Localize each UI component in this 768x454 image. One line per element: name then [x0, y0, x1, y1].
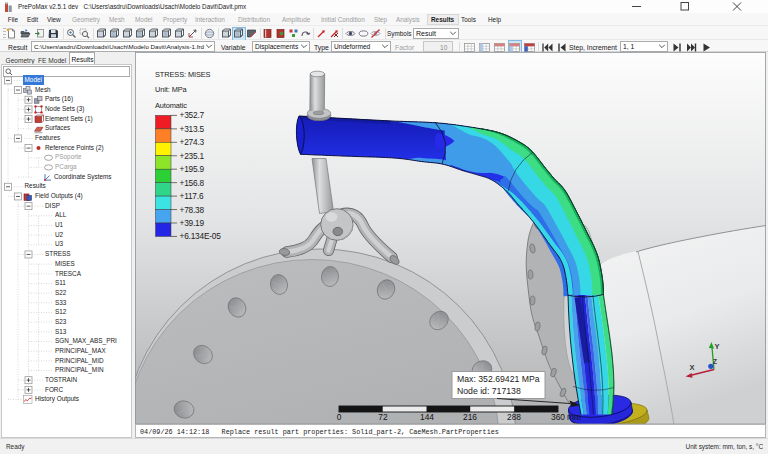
svg-text:+313.5: +313.5 [180, 123, 205, 133]
svg-text:+6.134E-05: +6.134E-05 [180, 231, 222, 241]
svg-text:+274.3: +274.3 [180, 137, 205, 147]
svg-text:Z: Z [713, 358, 718, 365]
svg-text:+117.6: +117.6 [180, 191, 204, 201]
svg-text:72: 72 [378, 411, 388, 421]
svg-text:+352.7: +352.7 [180, 110, 205, 120]
svg-text:0: 0 [337, 411, 342, 421]
svg-text:STRESS: MISES: STRESS: MISES [155, 69, 211, 78]
svg-text:Automatic: Automatic [155, 100, 187, 109]
svg-text:X: X [690, 362, 695, 371]
svg-text:Unit: MPa: Unit: MPa [155, 85, 188, 94]
svg-text:+78.38: +78.38 [180, 204, 205, 214]
svg-text:Max: 352.69421 MPa: Max: 352.69421 MPa [457, 374, 540, 384]
svg-text:Node id: 717138: Node id: 717138 [457, 386, 521, 396]
svg-text:+195.9: +195.9 [180, 164, 205, 174]
svg-text:+235.1: +235.1 [180, 150, 205, 160]
svg-text:216: 216 [463, 411, 477, 421]
svg-text:144: 144 [420, 411, 434, 421]
svg-text:Y: Y [715, 342, 720, 351]
svg-text:+156.8: +156.8 [180, 177, 205, 187]
svg-text:mm: mm [567, 411, 581, 421]
svg-text:288: 288 [507, 411, 521, 421]
svg-text:360: 360 [551, 411, 565, 421]
svg-text:+39.19: +39.19 [180, 218, 205, 228]
